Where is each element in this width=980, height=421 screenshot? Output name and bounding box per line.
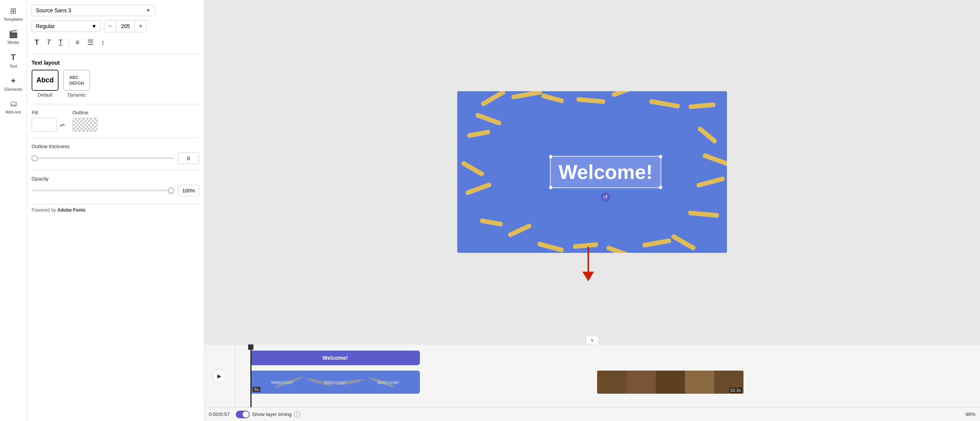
- style-dropdown-arrow-icon: ▼: [91, 23, 97, 29]
- welcome-text-clip-label: Welcome!: [322, 355, 348, 361]
- main-row: ⊞ Templates 🎬 Media T Text ✦ Elements 🗂 …: [0, 0, 980, 421]
- svg-rect-6: [688, 102, 716, 109]
- handle-bottom-left[interactable]: [549, 185, 553, 189]
- video-thumb-1: [597, 371, 626, 394]
- style-size-row: Regular ▼ − +: [32, 20, 199, 32]
- svg-rect-8: [702, 153, 727, 166]
- section-divider-2: [32, 138, 199, 138]
- outline-thickness-section: Outline thickness: [32, 144, 199, 164]
- sidebar-label-elements: Elements: [5, 87, 22, 92]
- sidebar-item-elements[interactable]: ✦ Elements: [2, 73, 25, 95]
- fill-controls: ⇌: [32, 118, 65, 132]
- svg-rect-20: [467, 130, 490, 138]
- canvas-stage: Welcome! ↺: [457, 91, 727, 253]
- font-size-decrease-button[interactable]: −: [104, 20, 116, 32]
- svg-point-24: [274, 376, 304, 389]
- toggle-container: Show layer timing i: [236, 411, 300, 418]
- thickness-slider[interactable]: [32, 157, 174, 159]
- show-layer-timing-toggle[interactable]: [236, 411, 250, 418]
- font-family-dropdown[interactable]: Source Sans 3 ▼: [32, 5, 155, 16]
- layout-option-dynamic[interactable]: ABCDEFGH Dynamic: [63, 70, 90, 98]
- layout-box-default: Abcd: [32, 70, 59, 91]
- sidebar-label-templates: Templates: [3, 17, 23, 22]
- format-row: T T T ≡ ☰ ↕: [32, 36, 199, 54]
- text-layout-options: Abcd Default ABCDEFGH Dynamic: [32, 70, 199, 98]
- footer-text: Powered by: [32, 207, 56, 213]
- svg-rect-18: [465, 182, 492, 195]
- font-size-input[interactable]: [116, 21, 135, 32]
- opacity-section: Opacity: [32, 176, 199, 196]
- underline-button[interactable]: T: [55, 37, 66, 48]
- video-thumb-4: [685, 371, 714, 394]
- sidebar-item-media[interactable]: 🎬 Media: [2, 26, 25, 48]
- svg-rect-21: [475, 112, 502, 126]
- layout-box-dynamic: ABCDEFGH: [63, 70, 90, 91]
- clip-left-badge: 5s: [253, 387, 260, 392]
- bg-clip[interactable]: Welcome! Welcome! Welcome! 5s: [250, 371, 420, 394]
- svg-point-27: [368, 376, 395, 388]
- video-thumb-2: [626, 371, 656, 394]
- app-container: ⊞ Templates 🎬 Media T Text ✦ Elements 🗂 …: [0, 0, 980, 421]
- timeline-area: ▶ Welcome!: [204, 344, 980, 421]
- fill-label: Fill: [32, 110, 65, 115]
- welcome-text-clip[interactable]: Welcome!: [250, 351, 420, 365]
- layout-box-dynamic-text: ABCDEFGH: [69, 75, 84, 86]
- left-panel: Source Sans 3 ▼ Regular ▼ − + T T: [27, 0, 204, 421]
- video-thumb-3: [656, 371, 685, 394]
- timeline-content: ▶ Welcome!: [204, 344, 980, 407]
- italic-button[interactable]: T: [44, 37, 54, 48]
- section-divider-1: [32, 104, 199, 104]
- format-divider: [69, 38, 69, 47]
- opacity-label: Opacity: [32, 176, 199, 182]
- opacity-input[interactable]: [178, 185, 199, 196]
- time-display: 0:00/0:57: [209, 411, 230, 417]
- font-family-row: Source Sans 3 ▼: [32, 5, 199, 16]
- svg-rect-5: [649, 99, 680, 109]
- layout-option-default[interactable]: Abcd Default: [32, 70, 59, 98]
- opacity-slider[interactable]: [32, 190, 174, 191]
- outline-color-box[interactable]: [72, 118, 97, 132]
- rotate-handle[interactable]: ↺: [601, 192, 610, 202]
- swap-icon[interactable]: ⇌: [60, 121, 65, 129]
- panel-footer: Powered by Adobe Fonts: [32, 204, 199, 213]
- handle-top-right[interactable]: [658, 155, 662, 159]
- sidebar-item-text[interactable]: T Text: [2, 49, 25, 72]
- align-left-button[interactable]: ≡: [72, 37, 83, 48]
- line-height-button[interactable]: ↕: [98, 37, 108, 48]
- svg-rect-17: [480, 218, 503, 227]
- canvas-welcome-box[interactable]: Welcome! ↺: [550, 156, 661, 188]
- video-clip[interactable]: 52.3s: [597, 371, 743, 394]
- current-time: 0:00: [209, 411, 218, 417]
- track-row-bg: Welcome! Welcome! Welcome! 5s ▶: [235, 369, 980, 395]
- list-button[interactable]: ☰: [84, 36, 97, 48]
- svg-rect-16: [507, 223, 532, 238]
- templates-icon: ⊞: [10, 6, 17, 15]
- canvas-welcome-text: Welcome!: [559, 161, 653, 183]
- clip-sunburst: [250, 371, 420, 394]
- adobe-fonts-link[interactable]: Adobe Fonts: [57, 207, 86, 213]
- font-dropdown-arrow-icon: ▼: [146, 8, 151, 13]
- svg-rect-11: [671, 234, 696, 251]
- sidebar-item-addons[interactable]: 🗂 Add-ons: [2, 96, 25, 117]
- handle-top-left[interactable]: [549, 155, 553, 159]
- collapse-arrow[interactable]: ∨: [586, 336, 598, 344]
- font-size-increase-button[interactable]: +: [135, 20, 146, 32]
- play-button[interactable]: ▶: [213, 369, 227, 383]
- info-icon[interactable]: i: [294, 411, 300, 418]
- svg-rect-0: [480, 91, 506, 107]
- sidebar-item-templates[interactable]: ⊞ Templates: [2, 3, 25, 25]
- layout-box-default-text: Abcd: [37, 76, 54, 84]
- thickness-input[interactable]: [178, 152, 199, 164]
- fill-outline-row: Fill ⇌ Outline: [32, 110, 199, 132]
- playhead-top: [248, 344, 253, 350]
- bold-button[interactable]: T: [32, 37, 42, 48]
- fill-section: Fill ⇌: [32, 110, 65, 132]
- svg-rect-9: [696, 176, 725, 188]
- font-style-dropdown[interactable]: Regular ▼: [32, 20, 101, 32]
- fill-color-box[interactable]: [32, 118, 57, 132]
- layout-label-dynamic: Dynamic: [68, 92, 86, 98]
- sidebar-label-text: Text: [9, 64, 17, 68]
- handle-bottom-right[interactable]: [658, 185, 662, 189]
- sidebar: ⊞ Templates 🎬 Media T Text ✦ Elements 🗂 …: [0, 0, 27, 421]
- section-divider-3: [32, 170, 199, 170]
